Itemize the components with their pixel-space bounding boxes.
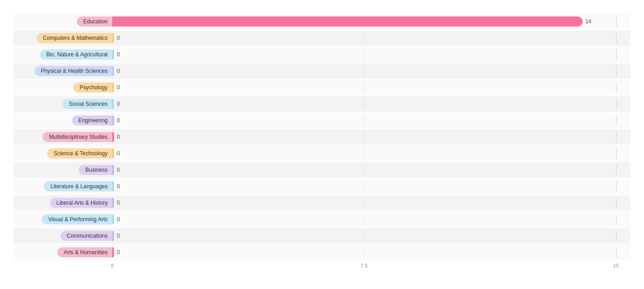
bar (112, 165, 114, 175)
bar-row: Psychology0 (14, 80, 630, 95)
bar-label: Literature & Languages (14, 181, 112, 191)
bar-value-label: 0 (117, 51, 120, 58)
bar (112, 247, 114, 257)
bar (112, 198, 114, 208)
chart-area: Education14Computers & Mathematics0Bio, … (14, 14, 630, 272)
bar-label: Education (14, 16, 112, 27)
bar-row: Social Sciences0 (14, 96, 630, 112)
bar-label: Visual & Performing Arts (14, 214, 112, 224)
bar (112, 231, 114, 241)
bar-row: Communications0 (14, 228, 630, 244)
bar-container: 0 (112, 82, 630, 93)
bar-label: Computers & Mathematics (14, 33, 112, 43)
bar-container: 0 (112, 148, 630, 158)
bar (112, 99, 114, 109)
bar-label: Engineering (14, 115, 112, 125)
bar-value-label: 0 (117, 101, 120, 107)
bar-label: Communications (14, 231, 112, 241)
bar-row: Visual & Performing Arts0 (14, 212, 630, 227)
bar-row: Education14 (14, 14, 630, 29)
bar (112, 49, 114, 60)
bar-value-label: 0 (117, 233, 120, 239)
bar-container: 0 (112, 33, 630, 43)
bar (112, 66, 114, 76)
bar-row: Physical & Health Sciences0 (14, 63, 630, 79)
bar-container: 0 (112, 165, 630, 175)
bar-container: 0 (112, 132, 630, 142)
bar-label: Multidisciplinary Studies (14, 132, 112, 142)
bar-container: 0 (112, 115, 630, 125)
bar-label: Arts & Humanities (14, 247, 112, 257)
bar-label: Business (14, 165, 112, 175)
x-tick-label: 0 (111, 263, 114, 268)
bar-container: 0 (112, 49, 630, 60)
bar-container: 0 (112, 231, 630, 241)
bar-container: 0 (112, 181, 630, 191)
bar (112, 82, 114, 93)
chart-rows-wrapper: Education14Computers & Mathematics0Bio, … (14, 14, 630, 260)
bar (112, 148, 114, 158)
bar-container: 0 (112, 66, 630, 76)
bar-value-label: 0 (117, 200, 120, 206)
bar-container: 0 (112, 214, 630, 224)
bar-value-label: 0 (117, 117, 120, 124)
bar-label: Liberal Arts & History (14, 198, 112, 208)
bar-value-label: 14 (585, 18, 591, 25)
bar-row: Arts & Humanities0 (14, 245, 630, 260)
bar (112, 181, 114, 191)
bar-value-label: 0 (117, 249, 120, 256)
bar-row: Bio, Nature & Agricultural0 (14, 47, 630, 62)
bar-value-label: 0 (117, 216, 120, 223)
bar-label: Bio, Nature & Agricultural (14, 49, 112, 60)
bar-row: Literature & Languages0 (14, 179, 630, 194)
bar-container: 14 (112, 16, 630, 27)
x-axis: 07.515 (112, 263, 616, 272)
bar-row: Liberal Arts & History0 (14, 195, 630, 211)
bar-value-label: 0 (117, 68, 120, 74)
bar-value-label: 0 (117, 134, 120, 140)
bar-row: Business0 (14, 162, 630, 178)
bar-label: Psychology (14, 82, 112, 93)
bar-label: Social Sciences (14, 99, 112, 109)
bar-row: Engineering0 (14, 113, 630, 128)
bar-row: Science & Technology0 (14, 146, 630, 161)
bar-container: 0 (112, 247, 630, 257)
bar-container: 0 (112, 198, 630, 208)
bar-row: Multidisciplinary Studies0 (14, 129, 630, 145)
bar-value-label: 0 (117, 35, 120, 41)
bar-container: 0 (112, 99, 630, 109)
x-tick-label: 15 (613, 263, 619, 268)
bar-value-label: 0 (117, 183, 120, 190)
bar-row: Computers & Mathematics0 (14, 30, 630, 46)
bar-value-label: 0 (117, 150, 120, 157)
bar (112, 115, 114, 125)
bar (112, 33, 114, 43)
bar-label: Physical & Health Sciences (14, 66, 112, 76)
bar-value-label: 0 (117, 84, 120, 91)
bar (112, 214, 114, 224)
bar-label: Science & Technology (14, 148, 112, 158)
bar-value-label: 0 (117, 167, 120, 173)
x-tick-label: 7.5 (360, 263, 367, 268)
bar (112, 16, 583, 27)
bar (112, 132, 114, 142)
